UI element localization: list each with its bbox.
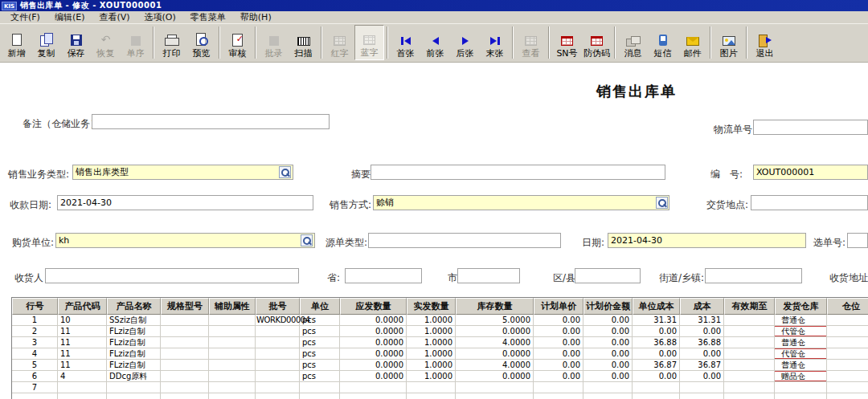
table-cell[interactable]: 1.0000 [407,360,456,371]
table-cell[interactable] [827,371,868,382]
table-cell[interactable]: 0.0000 [456,348,534,360]
logistics-no-input[interactable] [753,120,868,135]
table-cell[interactable]: 11 [58,360,107,371]
toolbar-button-anti-fake[interactable]: 防伪码 [582,25,612,60]
table-cell[interactable]: 3 [12,337,58,348]
table-cell[interactable]: 代管仓 [775,326,827,337]
table-cell[interactable]: pcs [300,337,340,348]
table-cell[interactable] [407,382,456,393]
table-cell[interactable] [633,393,680,399]
table-cell[interactable] [256,360,300,371]
toolbar-button-sms[interactable]: 短信 [648,25,678,60]
table-cell[interactable]: DDcg原料 [107,371,161,382]
city-input[interactable] [457,268,520,283]
table-cell[interactable] [161,360,209,371]
toolbar-button-scan[interactable]: 扫描 [289,25,318,60]
table-cell[interactable] [209,382,256,393]
table-cell[interactable] [724,315,775,326]
table-cell[interactable]: 36.88 [633,337,680,348]
table-cell[interactable] [534,382,583,393]
table-cell[interactable] [583,393,633,399]
table-cell[interactable]: 代管仓 [775,348,827,360]
table-cell[interactable] [827,382,868,393]
table-cell[interactable] [107,393,161,399]
toolbar-button-audit[interactable]: 审核 [223,25,252,60]
table-cell[interactable]: 普通仓 [775,337,827,348]
table-cell[interactable]: FLziz自制 [107,337,161,348]
table-cell[interactable] [827,326,868,337]
table-cell[interactable] [827,360,868,371]
delivery-place-input[interactable] [751,195,868,210]
table-cell[interactable]: 0.00 [633,326,680,337]
table-cell[interactable] [724,382,775,393]
table-cell[interactable] [827,393,868,399]
table-cell[interactable]: 0.00 [583,315,633,326]
table-cell[interactable] [340,393,407,399]
table-cell[interactable]: 1 [12,315,58,326]
district-input[interactable] [575,268,641,283]
table-cell[interactable]: 0.00 [583,348,633,360]
table-cell[interactable] [724,337,775,348]
table-cell[interactable] [256,337,300,348]
table-cell[interactable] [58,382,107,393]
table-cell[interactable]: 0.00 [583,371,633,382]
lookup-icon[interactable] [656,197,668,209]
table-cell[interactable] [161,337,209,348]
table-cell[interactable]: 0.0000 [456,371,534,382]
table-cell[interactable]: 0.00 [633,348,680,360]
table-cell[interactable] [680,382,724,393]
table-cell[interactable] [58,393,107,399]
table-cell[interactable] [256,371,300,382]
select-no-input[interactable] [847,233,868,248]
table-cell[interactable]: SSziz自制 [107,315,161,326]
table-cell[interactable]: 6 [12,371,58,382]
table-cell[interactable]: 普通仓 [775,360,827,371]
receiver-input[interactable] [45,268,299,283]
summary-input[interactable] [371,165,665,180]
table-cell[interactable] [256,382,300,393]
table-cell[interactable]: 4 [58,371,107,382]
business-type-input[interactable] [72,165,293,180]
table-cell[interactable] [161,393,209,399]
toolbar-button-mail[interactable]: 邮件 [678,25,707,60]
toolbar-button-next[interactable]: 后张 [450,25,480,60]
table-cell[interactable]: 0.00 [583,360,633,371]
menu-item[interactable]: 零售菜单 [183,11,233,23]
table-cell[interactable]: 1.0000 [407,315,456,326]
table-cell[interactable]: 11 [58,326,107,337]
table-cell[interactable]: pcs [300,371,340,382]
table-cell[interactable] [827,337,868,348]
table-cell[interactable]: 0.00 [583,326,633,337]
table-cell[interactable] [161,371,209,382]
toolbar-button-prev[interactable]: 前张 [420,25,450,60]
table-cell[interactable]: 0.00 [534,315,583,326]
table-cell[interactable]: 31.31 [680,315,724,326]
table-cell[interactable]: 1.0000 [407,348,456,360]
table-cell[interactable]: 11 [58,337,107,348]
table-cell[interactable]: 0.00 [680,326,724,337]
table-cell[interactable] [161,382,209,393]
table-cell[interactable] [724,360,775,371]
table-cell[interactable] [407,393,456,399]
table-cell[interactable] [724,371,775,382]
toolbar-button-print[interactable]: 打印 [157,25,186,60]
table-cell[interactable]: FLziz自制 [107,326,161,337]
table-cell[interactable] [256,393,300,399]
toolbar-button-sn[interactable]: SN号 [552,25,582,60]
table-cell[interactable] [161,348,209,360]
remark-input[interactable] [92,114,330,129]
doc-no-input[interactable] [753,165,868,180]
street-input[interactable] [705,268,802,283]
table-cell[interactable]: 5 [12,360,58,371]
table-cell[interactable]: 0.00 [534,371,583,382]
table-cell[interactable] [680,393,724,399]
table-cell[interactable]: 0.00 [680,371,724,382]
table-cell[interactable]: 赠品仓 [775,371,827,382]
table-cell[interactable]: 10 [58,315,107,326]
menu-item[interactable]: 选项(O) [137,11,183,23]
table-cell[interactable]: 0.00 [633,371,680,382]
table-cell[interactable]: 0.0000 [340,315,407,326]
table-cell[interactable]: 普通仓 [775,315,827,326]
table-cell[interactable] [724,393,775,399]
menu-item[interactable]: 帮助(H) [233,11,279,23]
